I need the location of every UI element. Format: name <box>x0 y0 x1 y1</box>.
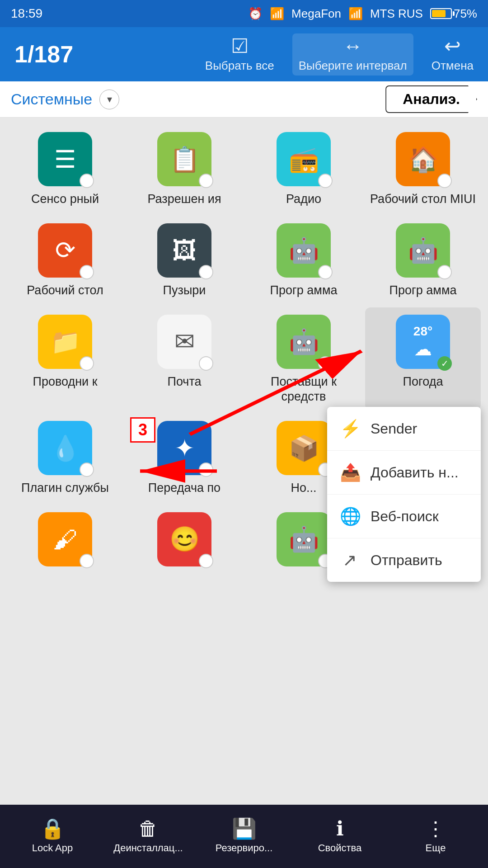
select-all-label: Выбрать все <box>205 59 274 73</box>
app-icon-wrap-transfer: ✦ <box>157 421 211 475</box>
app-item-paint[interactable]: 🖌 <box>7 505 123 577</box>
select-all-button[interactable]: ☑ Выбрать все <box>205 36 274 73</box>
nav-item-backup[interactable]: 💾Резервиро... <box>196 819 292 854</box>
action-bar: 1/187 ☑ Выбрать все ↔ Выберите интервал … <box>0 27 488 81</box>
battery-icon <box>430 8 452 19</box>
filter-row: Системные ▾ Аналиэ. <box>0 81 488 118</box>
app-icon-wrap-paint: 🖌 <box>38 512 92 566</box>
app-item-program2[interactable]: 🤖Прогр амма <box>365 216 481 304</box>
radio-btn-desktop-miui[interactable] <box>437 174 452 188</box>
app-label-program2: Прогр амма <box>389 283 457 298</box>
app-item-explorer[interactable]: 📁Проводни к <box>7 307 123 410</box>
app-item-provider[interactable]: 🤖Поставщи к средств <box>246 307 361 410</box>
select-interval-icon: ↔ <box>343 36 363 56</box>
radio-btn-mail[interactable] <box>199 356 213 371</box>
radio-btn-provider[interactable] <box>318 356 333 371</box>
app-item-permissions[interactable]: 📋Разрешен ия <box>127 125 242 212</box>
app-icon-wrap-desktop: ⟳ <box>38 223 92 278</box>
context-menu-icon-sender: ⚡ <box>340 419 360 439</box>
radio-btn-plugin[interactable] <box>80 462 94 477</box>
nav-icon-backup: 💾 <box>232 819 257 839</box>
app-item-smile[interactable]: 😊 <box>127 505 242 577</box>
nav-icon-more: ⋮ <box>426 819 446 839</box>
radio-btn-transfer[interactable] <box>199 462 213 477</box>
app-label-provider: Поставщи к средств <box>249 374 358 405</box>
radio-btn-program1[interactable] <box>318 265 333 279</box>
app-item-sensory[interactable]: ☰Сенсо рный <box>7 125 123 212</box>
context-menu-icon-share: ↗ <box>340 550 360 570</box>
app-icon-wrap-provider: 🤖 <box>277 315 331 369</box>
alarm-icon: ⏰ <box>248 7 263 21</box>
number-badge-transfer: 3 <box>130 417 155 443</box>
analyze-button[interactable]: Аналиэ. <box>385 85 477 113</box>
radio-btn-paint[interactable] <box>80 554 94 568</box>
status-time: 18:59 <box>11 6 42 21</box>
app-icon-wrap-weather: 28°☁✓ <box>396 315 450 369</box>
nav-item-more[interactable]: ⋮Еще <box>388 819 483 854</box>
radio-btn-explorer[interactable] <box>80 356 94 371</box>
app-icon-wrap-bubbles: 🖼 <box>157 223 211 278</box>
carrier2-label: MTS RUS <box>370 7 423 21</box>
context-menu-item-add[interactable]: 📤Добавить н... <box>327 451 481 495</box>
radio-btn-radio[interactable] <box>318 174 333 188</box>
carrier1-label: MegaFon <box>291 7 341 21</box>
app-label-radio: Радио <box>286 192 321 207</box>
radio-btn-program2[interactable] <box>437 265 452 279</box>
bottom-nav: 🔒Lock App🗑Деинсталлац...💾Резервиро...ℹСв… <box>0 805 488 868</box>
app-label-permissions: Разрешен ия <box>147 192 221 207</box>
action-bar-buttons: ☑ Выбрать все ↔ Выберите интервал ↩ Отме… <box>82 33 474 75</box>
app-item-bubbles[interactable]: 🖼Пузыри <box>127 216 242 304</box>
nav-item-uninstall[interactable]: 🗑Деинсталлац... <box>100 819 196 854</box>
app-item-plugin[interactable]: 💧Плагин службы <box>7 414 123 501</box>
app-label-mail: Почта <box>168 374 202 390</box>
select-interval-button[interactable]: ↔ Выберите интервал <box>292 33 413 75</box>
battery-pct: 75% <box>454 7 477 21</box>
battery-fill <box>432 10 446 17</box>
battery-indicator: 75% <box>430 7 477 21</box>
radio-btn-bubbles[interactable] <box>199 265 213 279</box>
context-menu-label-add: Добавить н... <box>371 464 459 481</box>
radio-btn-permissions[interactable] <box>199 174 213 188</box>
radio-btn-smile[interactable] <box>199 554 213 568</box>
app-item-desktop-miui[interactable]: 🏠Рабочий стол MIUI <box>365 125 481 212</box>
app-item-program1[interactable]: 🤖Прогр амма <box>246 216 361 304</box>
time-display: 18:59 <box>11 6 42 21</box>
status-bar: 18:59 ⏰ 📶 MegaFon 📶 MTS RUS 75% <box>0 0 488 27</box>
context-menu-label-websearch: Веб-поиск <box>371 508 439 525</box>
signal1-icon: 📶 <box>270 7 284 21</box>
app-icon-wrap-radio: 📻 <box>277 132 331 186</box>
context-menu-icon-add: 📤 <box>340 462 360 482</box>
context-menu: ⚡Sender📤Добавить н...🌐Веб-поиск↗Отправит… <box>327 407 481 582</box>
context-menu-item-sender[interactable]: ⚡Sender <box>327 407 481 451</box>
app-icon-wrap-program1: 🤖 <box>277 223 331 278</box>
app-label-program1: Прогр амма <box>270 283 338 298</box>
app-icon-wrap-plugin: 💧 <box>38 421 92 475</box>
app-item-weather[interactable]: 28°☁✓Погода <box>365 307 481 410</box>
nav-item-lock-app[interactable]: 🔒Lock App <box>5 819 100 854</box>
app-item-desktop[interactable]: ⟳Рабочий стол <box>7 216 123 304</box>
app-icon-wrap-app-n1: 📦 <box>277 421 331 475</box>
radio-btn-weather[interactable]: ✓ <box>437 356 452 371</box>
category-dropdown[interactable]: ▾ <box>99 90 119 109</box>
app-label-sensory: Сенсо рный <box>31 192 99 207</box>
status-icons: ⏰ 📶 MegaFon 📶 MTS RUS 75% <box>248 7 477 21</box>
app-label-explorer: Проводни к <box>33 374 98 390</box>
context-menu-item-share[interactable]: ↗Отправить <box>327 538 481 582</box>
nav-item-properties[interactable]: ℹСвойства <box>292 819 388 854</box>
nav-label-uninstall: Деинсталлац... <box>113 842 183 854</box>
app-item-radio[interactable]: 📻Радио <box>246 125 361 212</box>
app-icon-wrap-smile: 😊 <box>157 512 211 566</box>
app-grid-container: ☰Сенсо рный📋Разрешен ия📻Радио🏠Рабочий ст… <box>0 118 488 585</box>
app-item-transfer[interactable]: 3✦Передача по <box>127 414 242 501</box>
app-icon-wrap-permissions: 📋 <box>157 132 211 186</box>
cancel-button[interactable]: ↩ Отмена <box>432 36 474 73</box>
app-item-mail[interactable]: ✉Почта <box>127 307 242 410</box>
app-label-bubbles: Пузыри <box>163 283 206 298</box>
cancel-label: Отмена <box>432 59 474 73</box>
radio-btn-sensory[interactable] <box>80 174 94 188</box>
context-menu-item-websearch[interactable]: 🌐Веб-поиск <box>327 495 481 538</box>
cancel-icon: ↩ <box>444 36 461 56</box>
app-icon-wrap-desktop-miui: 🏠 <box>396 132 450 186</box>
radio-btn-desktop[interactable] <box>80 265 94 279</box>
app-label-app-n1: Но... <box>291 481 316 496</box>
